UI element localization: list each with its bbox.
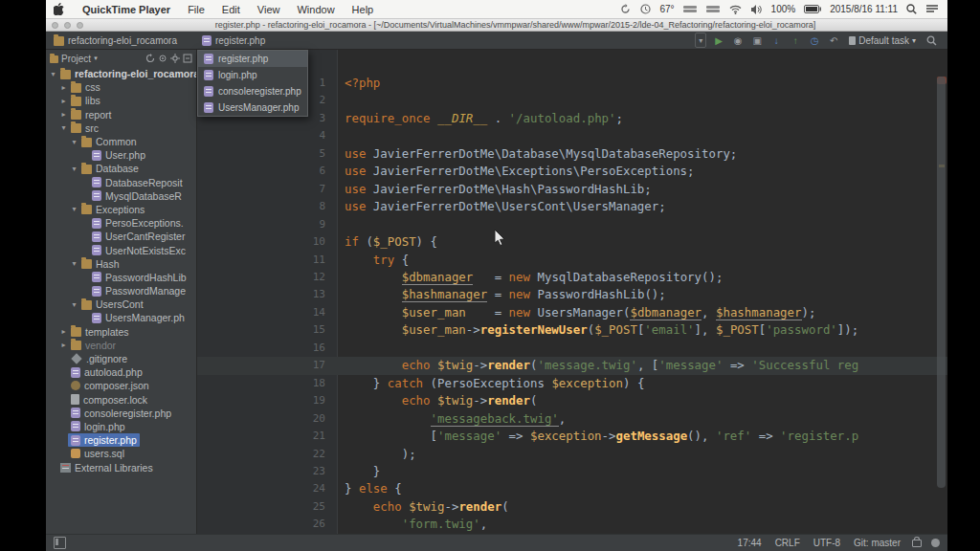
menu-item-file[interactable]: File [179, 4, 213, 15]
volume-icon[interactable] [751, 5, 763, 14]
code-line-4[interactable]: 4 [197, 127, 947, 144]
apple-menu-icon[interactable] [54, 3, 64, 15]
chevron-right-icon[interactable]: ▸ [59, 110, 68, 119]
breadcrumb-project[interactable]: refactoring-eloi_rocamora [54, 35, 177, 46]
code-line-23[interactable]: 23 } [197, 463, 947, 480]
tree-item-autoload.php[interactable]: autoload.php [46, 365, 196, 379]
tree-item-external-libraries[interactable]: External Libraries [46, 460, 196, 474]
tree-item-vendor[interactable]: ▸vendor [46, 339, 196, 352]
undo-icon[interactable]: ↶ [825, 33, 842, 48]
tree-item-usernotexistsexc[interactable]: UserNotExistsExc [46, 243, 196, 256]
code-line-8[interactable]: 8use JavierFerrerDotMe\UsersCont\UsersMa… [197, 198, 947, 215]
tree-item-users.sql[interactable]: users.sql [46, 447, 196, 460]
update-project-icon[interactable]: ↓ [768, 33, 785, 48]
sync-icon[interactable] [620, 4, 631, 14]
tree-item-composer.json[interactable]: composer.json [46, 379, 196, 392]
toolwindow-toggle-icon[interactable] [54, 537, 66, 549]
code-line-22[interactable]: 22 ); [197, 446, 947, 463]
code-line-26[interactable]: 26 'form.twig', [197, 516, 947, 533]
tree-item-exceptions[interactable]: ▾Exceptions [46, 203, 196, 216]
popup-item-UsersManager.php[interactable]: UsersManager.php [198, 99, 307, 116]
zoom-window-button[interactable] [77, 22, 83, 29]
line-endings-selector[interactable]: CRLF [775, 538, 800, 548]
hector-inspection-icon[interactable] [931, 539, 940, 547]
lock-icon[interactable] [912, 540, 922, 547]
collapse-all-icon[interactable] [183, 54, 192, 63]
code-line-14[interactable]: 14 $user_man = new UsersManager($dbmanag… [197, 304, 947, 321]
notification-center-icon[interactable] [926, 5, 938, 14]
chevron-down-icon[interactable]: ▾ [49, 70, 57, 78]
code-line-11[interactable]: 11 try { [197, 252, 947, 269]
code-line-13[interactable]: 13 $hashmanager = new PasswordHashLib(); [197, 286, 947, 303]
tree-item-userscont[interactable]: ▾UsersCont [46, 298, 196, 311]
tree-item-refactoring-eloi-rocamora[interactable]: ▾refactoring-eloi_rocamora [46, 67, 196, 80]
tree-item-persoexceptions.[interactable]: PersoExceptions. [46, 216, 196, 230]
stats-widget-icon[interactable] [683, 6, 697, 12]
window-title-bar[interactable]: register.php - refactoring-eloi_rocamora… [46, 19, 947, 32]
debug-icon[interactable]: ◉ [729, 33, 746, 48]
popup-item-login.php[interactable]: login.php [198, 67, 307, 83]
code-line-2[interactable]: 2 [197, 92, 947, 109]
commit-changes-icon[interactable]: ↑ [787, 33, 804, 48]
battery-icon[interactable] [804, 5, 821, 13]
tree-item-mysqldatabaser[interactable]: MysqlDatabaseR [46, 189, 196, 203]
menu-item-help[interactable]: Help [344, 4, 383, 15]
menu-item-view[interactable]: View [249, 4, 289, 15]
code-line-20[interactable]: 20 'messageback.twig', [197, 410, 947, 428]
tree-item-css[interactable]: ▸css [46, 80, 196, 94]
chevron-right-icon[interactable]: ▸ [59, 83, 68, 92]
code-editor[interactable]: 1<?php23require_once __DIR__ . '/autoloa… [197, 50, 947, 534]
tree-item-databasereposit[interactable]: DatabaseReposit [46, 176, 196, 189]
tree-item-database[interactable]: ▾Database [46, 162, 196, 175]
tree-item-usersmanager.ph[interactable]: UsersManager.ph [46, 311, 196, 324]
coverage-icon[interactable]: ▣ [748, 33, 766, 48]
chevron-down-icon[interactable]: ▾ [70, 138, 78, 146]
encoding-selector[interactable]: UTF-8 [813, 538, 840, 548]
code-line-16[interactable]: 16 [197, 340, 947, 357]
code-line-17[interactable]: 17 echo $twig->render('message.twig', ['… [197, 357, 947, 374]
tree-item-login.php[interactable]: login.php [46, 420, 196, 433]
local-history-icon[interactable]: ◷ [806, 33, 823, 48]
clock-menulet-icon[interactable] [640, 4, 651, 14]
popup-item-register.php[interactable]: register.php [198, 51, 307, 67]
editor-scrollbar[interactable] [937, 77, 946, 488]
code-line-6[interactable]: 6use JavierFerrerDotMe\Exceptions\PersoE… [197, 163, 947, 180]
sync-project-icon[interactable] [145, 54, 155, 63]
tree-item-templates[interactable]: ▸templates [46, 325, 196, 339]
chevron-down-icon[interactable]: ▾ [59, 123, 68, 132]
chevron-right-icon[interactable]: ▸ [59, 341, 68, 349]
code-line-18[interactable]: 18 } catch (PersoExceptions $exception) … [197, 375, 947, 392]
code-line-12[interactable]: 12 $dbmanager = new MysqlDatabaseReposit… [197, 269, 947, 286]
task-selector[interactable]: Default task ▾ [849, 35, 916, 46]
minimize-window-button[interactable] [64, 22, 71, 29]
chevron-down-icon[interactable]: ▾ [70, 259, 78, 268]
tree-item-user.php[interactable]: User.php [46, 148, 196, 162]
chevron-down-icon[interactable]: ▾ [70, 165, 78, 173]
tree-item-usercantregister[interactable]: UserCantRegister [46, 230, 196, 243]
chevron-down-icon[interactable]: ▾ [70, 205, 78, 213]
code-line-5[interactable]: 5use JavierFerrerDotMe\Database\MysqlDat… [197, 145, 947, 163]
chevron-down-icon[interactable]: ▾ [70, 300, 78, 309]
run-configuration-selector[interactable]: ▾ [695, 33, 706, 48]
settings-gear-icon[interactable] [170, 54, 180, 63]
popup-item-consoleregister.php[interactable]: consoleregister.php [198, 83, 307, 99]
tree-item-common[interactable]: ▾Common [46, 135, 196, 148]
tree-item-src[interactable]: ▾src [46, 121, 196, 135]
tree-item-hash[interactable]: ▾Hash [46, 257, 196, 271]
code-line-1[interactable]: 1<?php [197, 75, 947, 92]
chevron-right-icon[interactable]: ▸ [59, 327, 68, 336]
menu-item-edit[interactable]: Edit [213, 4, 249, 15]
chevron-right-icon[interactable]: ▸ [59, 97, 68, 105]
code-line-7[interactable]: 7use JavierFerrerDotMe\Hash\PasswordHash… [197, 181, 947, 198]
close-window-button[interactable] [52, 22, 58, 29]
code-line-19[interactable]: 19 echo $twig->render( [197, 392, 947, 409]
meter-widget-icon[interactable] [706, 6, 720, 12]
tree-item-register.php[interactable]: register.php [46, 433, 196, 447]
tree-item-composer.lock[interactable]: composer.lock [46, 393, 196, 407]
temperature-widget[interactable]: 67° [659, 4, 674, 14]
wifi-icon[interactable] [729, 5, 742, 14]
search-everywhere-icon[interactable] [923, 33, 940, 48]
chevron-down-icon[interactable]: ▾ [94, 55, 98, 62]
menu-bar-clock[interactable]: 2015/8/16 11:11 [830, 4, 898, 14]
tree-item-consoleregister.php[interactable]: consoleregister.php [46, 407, 196, 420]
